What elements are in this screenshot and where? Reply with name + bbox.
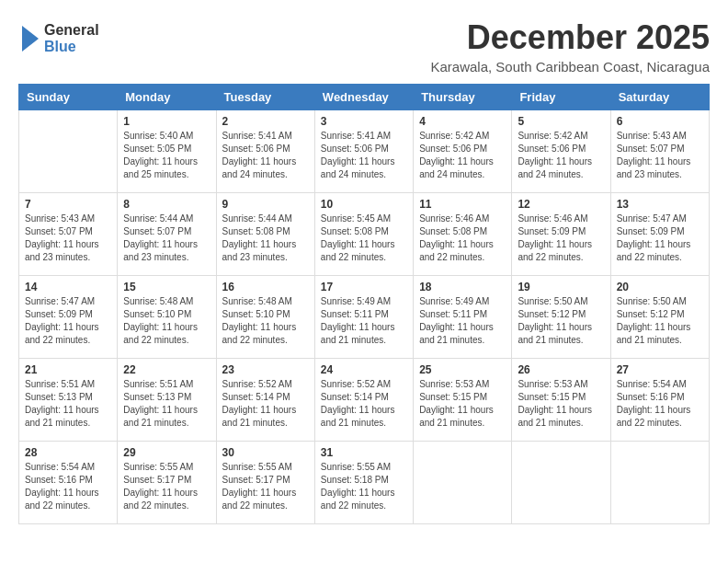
title-area: December 2025 Karawala, South Caribbean …	[430, 18, 710, 75]
day-number: 8	[123, 198, 210, 211]
day-info: Sunrise: 5:43 AMSunset: 5:07 PMDaylight:…	[617, 130, 703, 181]
day-info: Sunrise: 5:55 AMSunset: 5:17 PMDaylight:…	[123, 461, 210, 512]
day-number: 6	[617, 115, 703, 128]
day-number: 12	[518, 198, 604, 211]
day-info: Sunrise: 5:52 AMSunset: 5:14 PMDaylight:…	[222, 378, 309, 430]
day-number: 22	[123, 363, 210, 376]
day-info: Sunrise: 5:44 AMSunset: 5:08 PMDaylight:…	[222, 213, 309, 264]
logo-svg: GeneralBlue	[18, 18, 101, 60]
day-number: 13	[617, 198, 703, 211]
day-cell-26: 26Sunrise: 5:53 AMSunset: 5:15 PMDayligh…	[512, 359, 610, 442]
day-number: 1	[123, 115, 210, 128]
day-number: 15	[123, 281, 210, 293]
day-number: 18	[419, 281, 506, 293]
day-number: 27	[617, 363, 703, 376]
day-info: Sunrise: 5:48 AMSunset: 5:10 PMDaylight:…	[222, 295, 309, 347]
day-info: Sunrise: 5:53 AMSunset: 5:15 PMDaylight:…	[419, 378, 506, 430]
day-cell-29: 29Sunrise: 5:55 AMSunset: 5:17 PMDayligh…	[118, 442, 216, 524]
day-cell-1: 1Sunrise: 5:40 AMSunset: 5:05 PMDaylight…	[118, 110, 216, 193]
week-row-2: 7Sunrise: 5:43 AMSunset: 5:07 PMDaylight…	[19, 193, 710, 276]
day-number: 23	[222, 363, 309, 376]
day-info: Sunrise: 5:52 AMSunset: 5:14 PMDaylight:…	[321, 378, 407, 430]
day-info: Sunrise: 5:55 AMSunset: 5:17 PMDaylight:…	[222, 461, 309, 512]
day-cell-4: 4Sunrise: 5:42 AMSunset: 5:06 PMDaylight…	[414, 110, 512, 193]
day-cell-10: 10Sunrise: 5:45 AMSunset: 5:08 PMDayligh…	[314, 193, 413, 276]
day-header-sunday: Sunday	[19, 85, 118, 110]
day-header-saturday: Saturday	[610, 85, 709, 110]
day-cell-31: 31Sunrise: 5:55 AMSunset: 5:18 PMDayligh…	[314, 442, 413, 524]
day-cell-25: 25Sunrise: 5:53 AMSunset: 5:15 PMDayligh…	[414, 359, 512, 442]
day-header-thursday: Thursday	[414, 85, 512, 110]
svg-marker-2	[22, 26, 39, 52]
day-cell-12: 12Sunrise: 5:46 AMSunset: 5:09 PMDayligh…	[512, 193, 610, 276]
day-cell-9: 9Sunrise: 5:44 AMSunset: 5:08 PMDaylight…	[216, 193, 314, 276]
empty-cell	[414, 442, 512, 524]
week-row-5: 28Sunrise: 5:54 AMSunset: 5:16 PMDayligh…	[19, 442, 710, 524]
day-info: Sunrise: 5:54 AMSunset: 5:16 PMDaylight:…	[617, 378, 703, 430]
day-number: 30	[222, 446, 309, 459]
logo-area: GeneralBlue	[18, 18, 101, 60]
day-number: 3	[321, 115, 407, 128]
day-info: Sunrise: 5:42 AMSunset: 5:06 PMDaylight:…	[419, 130, 506, 181]
day-info: Sunrise: 5:47 AMSunset: 5:09 PMDaylight:…	[25, 295, 111, 347]
day-cell-27: 27Sunrise: 5:54 AMSunset: 5:16 PMDayligh…	[610, 359, 709, 442]
day-header-friday: Friday	[512, 85, 610, 110]
day-cell-6: 6Sunrise: 5:43 AMSunset: 5:07 PMDaylight…	[610, 110, 709, 193]
day-number: 25	[419, 363, 506, 376]
week-row-4: 21Sunrise: 5:51 AMSunset: 5:13 PMDayligh…	[19, 359, 710, 442]
calendar-title: December 2025	[430, 18, 710, 57]
week-row-3: 14Sunrise: 5:47 AMSunset: 5:09 PMDayligh…	[19, 276, 710, 359]
day-cell-8: 8Sunrise: 5:44 AMSunset: 5:07 PMDaylight…	[118, 193, 216, 276]
day-cell-5: 5Sunrise: 5:42 AMSunset: 5:06 PMDaylight…	[512, 110, 610, 193]
svg-text:Blue: Blue	[44, 39, 76, 54]
day-info: Sunrise: 5:46 AMSunset: 5:08 PMDaylight:…	[419, 213, 506, 264]
day-info: Sunrise: 5:44 AMSunset: 5:07 PMDaylight:…	[123, 213, 210, 264]
empty-cell	[512, 442, 610, 524]
day-number: 20	[617, 281, 703, 293]
day-cell-23: 23Sunrise: 5:52 AMSunset: 5:14 PMDayligh…	[216, 359, 314, 442]
day-number: 19	[518, 281, 604, 293]
day-number: 5	[518, 115, 604, 128]
day-info: Sunrise: 5:43 AMSunset: 5:07 PMDaylight:…	[25, 213, 111, 264]
day-info: Sunrise: 5:49 AMSunset: 5:11 PMDaylight:…	[419, 295, 506, 347]
day-number: 2	[222, 115, 309, 128]
day-info: Sunrise: 5:54 AMSunset: 5:16 PMDaylight:…	[25, 461, 111, 512]
day-info: Sunrise: 5:41 AMSunset: 5:06 PMDaylight:…	[222, 130, 309, 181]
day-header-tuesday: Tuesday	[216, 85, 314, 110]
header: GeneralBlue December 2025 Karawala, Sout…	[18, 18, 710, 75]
day-info: Sunrise: 5:42 AMSunset: 5:06 PMDaylight:…	[518, 130, 604, 181]
day-number: 29	[123, 446, 210, 459]
days-header-row: SundayMondayTuesdayWednesdayThursdayFrid…	[19, 85, 710, 110]
day-cell-28: 28Sunrise: 5:54 AMSunset: 5:16 PMDayligh…	[19, 442, 118, 524]
day-cell-24: 24Sunrise: 5:52 AMSunset: 5:14 PMDayligh…	[314, 359, 413, 442]
day-cell-22: 22Sunrise: 5:51 AMSunset: 5:13 PMDayligh…	[118, 359, 216, 442]
day-cell-7: 7Sunrise: 5:43 AMSunset: 5:07 PMDaylight…	[19, 193, 118, 276]
day-number: 24	[321, 363, 407, 376]
day-info: Sunrise: 5:51 AMSunset: 5:13 PMDaylight:…	[123, 378, 210, 430]
day-cell-20: 20Sunrise: 5:50 AMSunset: 5:12 PMDayligh…	[610, 276, 709, 359]
day-info: Sunrise: 5:48 AMSunset: 5:10 PMDaylight:…	[123, 295, 210, 347]
day-info: Sunrise: 5:40 AMSunset: 5:05 PMDaylight:…	[123, 130, 210, 181]
empty-cell	[610, 442, 709, 524]
day-header-wednesday: Wednesday	[314, 85, 413, 110]
day-cell-2: 2Sunrise: 5:41 AMSunset: 5:06 PMDaylight…	[216, 110, 314, 193]
day-cell-14: 14Sunrise: 5:47 AMSunset: 5:09 PMDayligh…	[19, 276, 118, 359]
page-container: GeneralBlue December 2025 Karawala, Sout…	[18, 18, 710, 524]
day-info: Sunrise: 5:45 AMSunset: 5:08 PMDaylight:…	[321, 213, 407, 264]
day-info: Sunrise: 5:46 AMSunset: 5:09 PMDaylight:…	[518, 213, 604, 264]
day-cell-18: 18Sunrise: 5:49 AMSunset: 5:11 PMDayligh…	[414, 276, 512, 359]
day-info: Sunrise: 5:41 AMSunset: 5:06 PMDaylight:…	[321, 130, 407, 181]
day-number: 4	[419, 115, 506, 128]
day-cell-13: 13Sunrise: 5:47 AMSunset: 5:09 PMDayligh…	[610, 193, 709, 276]
day-number: 14	[25, 281, 111, 293]
day-number: 26	[518, 363, 604, 376]
day-number: 28	[25, 446, 111, 459]
day-cell-21: 21Sunrise: 5:51 AMSunset: 5:13 PMDayligh…	[19, 359, 118, 442]
day-number: 31	[321, 446, 407, 459]
day-cell-15: 15Sunrise: 5:48 AMSunset: 5:10 PMDayligh…	[118, 276, 216, 359]
day-cell-19: 19Sunrise: 5:50 AMSunset: 5:12 PMDayligh…	[512, 276, 610, 359]
day-info: Sunrise: 5:49 AMSunset: 5:11 PMDaylight:…	[321, 295, 407, 347]
svg-text:General: General	[44, 22, 99, 38]
empty-cell	[19, 110, 118, 193]
calendar-subtitle: Karawala, South Caribbean Coast, Nicarag…	[430, 59, 710, 75]
